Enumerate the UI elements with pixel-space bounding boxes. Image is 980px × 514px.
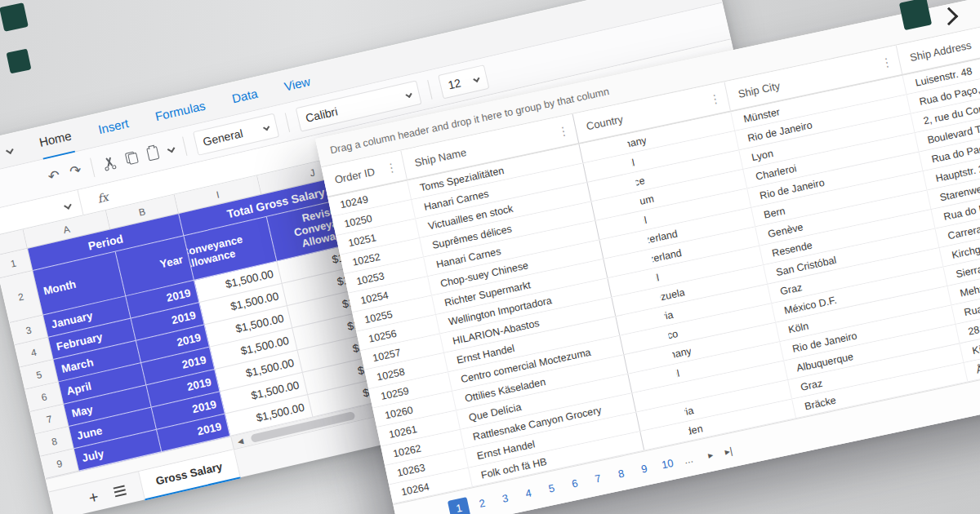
number-format-value: General: [202, 126, 244, 148]
pager-page-5[interactable]: 5: [540, 476, 563, 499]
decor-square: [0, 2, 29, 32]
column-menu-icon[interactable]: ⋮: [556, 123, 570, 139]
tab-insert[interactable]: Insert: [95, 107, 132, 145]
font-size-dropdown[interactable]: 12: [438, 64, 489, 99]
toolbar-separator: [89, 157, 94, 177]
tab-data[interactable]: Data: [229, 78, 261, 115]
paste-icon[interactable]: [146, 146, 159, 162]
column-menu-icon[interactable]: ⋮: [708, 91, 722, 107]
cut-icon[interactable]: [101, 155, 117, 171]
undo-icon[interactable]: ↶: [47, 168, 61, 184]
paste-dropdown-icon[interactable]: [167, 145, 175, 153]
column-menu-icon[interactable]: ⋮: [385, 160, 399, 175]
toolbar-separator: [427, 80, 432, 100]
pager-page-8[interactable]: 8: [609, 462, 632, 485]
pager-next-icon[interactable]: ▸: [707, 449, 715, 461]
pager-page-1[interactable]: 1: [448, 497, 470, 514]
font-name-value: Calibri: [304, 104, 338, 125]
sheet-list-icon[interactable]: [113, 485, 126, 497]
pager-ellipsis[interactable]: ...: [683, 453, 694, 467]
redo-icon[interactable]: ↷: [69, 163, 83, 179]
pager-page-2[interactable]: 2: [470, 492, 493, 514]
pager-page-9[interactable]: 9: [633, 457, 656, 480]
column-menu-icon[interactable]: ⋮: [880, 55, 893, 70]
chevron-down-icon: [473, 75, 479, 82]
copy-icon[interactable]: [124, 151, 138, 166]
hero-background: Home Insert Formulas Data View ↶ ↷ Gener…: [0, 0, 980, 514]
font-size-value: 12: [447, 76, 462, 91]
pager-page-4[interactable]: 4: [517, 481, 540, 504]
pager-page-7[interactable]: 7: [586, 467, 609, 490]
decor-square: [7, 49, 32, 74]
add-sheet-icon[interactable]: +: [87, 488, 100, 506]
chevron-down-icon: [405, 91, 412, 97]
pager-page-3[interactable]: 3: [493, 487, 516, 510]
chevron-down-icon[interactable]: [6, 146, 14, 154]
tab-view[interactable]: View: [281, 65, 314, 103]
fx-icon: fx: [96, 190, 109, 206]
pager-last-icon[interactable]: ▸|: [724, 445, 733, 458]
pager-page-10[interactable]: 10: [656, 452, 679, 475]
chevron-down-icon: [262, 124, 269, 131]
toolbar-separator: [181, 136, 186, 156]
toolbar-separator: [284, 113, 289, 132]
pager-page-6[interactable]: 6: [564, 472, 586, 494]
